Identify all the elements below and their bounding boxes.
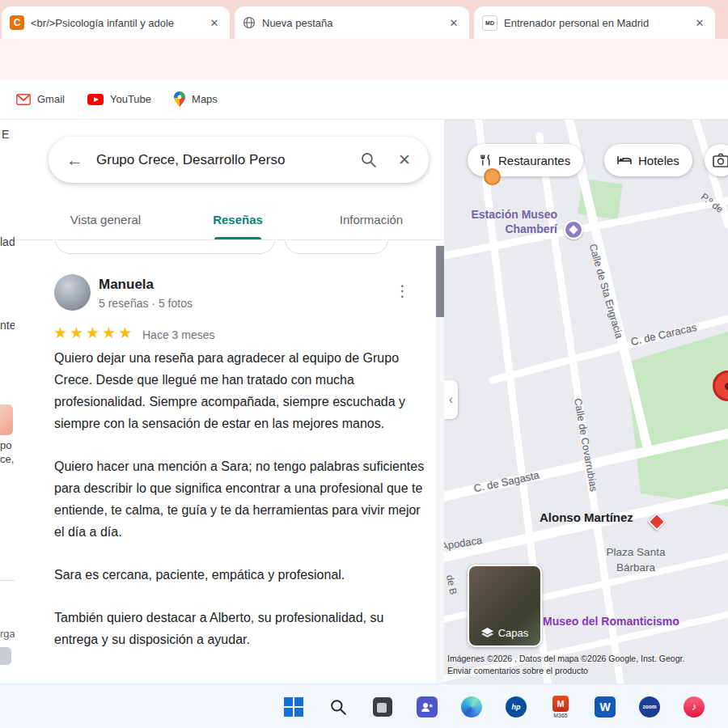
zoom-button[interactable]: zoom [637, 693, 662, 721]
tab1-favicon: C [10, 15, 24, 30]
globe-icon [243, 16, 256, 29]
camera-icon [713, 153, 728, 167]
windows-taskbar: hp M M365 W zoom ♪ [0, 684, 728, 728]
hotel-icon [617, 154, 632, 166]
m365-label: M365 [553, 713, 568, 718]
fragment-text: nte [0, 319, 15, 332]
tab3-close-icon[interactable]: ✕ [692, 17, 707, 29]
poi-label-museo-romanticismo[interactable]: Museo del Romanticismo [543, 615, 679, 628]
maps-search-value[interactable]: Grupo Crece, Desarrollo Perso [96, 152, 347, 168]
bookmark-youtube[interactable]: YouTube [87, 93, 151, 105]
review-menu-icon[interactable]: ⋮ [395, 281, 410, 300]
browser-tab-1[interactable]: C <br/>Psicología infantil y adole ✕ [2, 6, 230, 39]
search-icon[interactable] [360, 151, 377, 168]
plaza-label-line1: Plaza Santa [567, 546, 705, 558]
restaurant-icon [480, 154, 492, 167]
hp-button[interactable]: hp [504, 693, 528, 721]
panel-divider [15, 239, 444, 240]
metro-station-marker[interactable] [564, 220, 583, 239]
fragment-text: po [0, 439, 11, 451]
m365-icon: M [552, 696, 569, 712]
fragment-thumbnail [0, 404, 13, 435]
plaza-label-line2: Bárbara [567, 561, 705, 574]
bookmark-maps-label: Maps [192, 93, 218, 105]
tab3-favicon: MD [482, 15, 497, 31]
sort-chip[interactable] [55, 241, 275, 254]
fragment-thumbnail [0, 647, 11, 665]
review-paragraph: Quiero dejar una reseña para agradecer a… [54, 347, 425, 434]
music-button[interactable]: ♪ [682, 693, 706, 721]
poi-marker-orange[interactable] [484, 168, 501, 185]
hotels-label: Hoteles [638, 154, 679, 167]
background-window-sliver: E lado nte po ce,... rgar [0, 120, 15, 684]
place-pin-dot [725, 383, 728, 390]
m365-button[interactable]: M M365 [548, 693, 573, 721]
teams-button[interactable] [415, 693, 439, 721]
tab-resenas[interactable]: Reseñas [188, 201, 287, 239]
review-paragraph: Quiero hacer una mención a Sara; no teng… [54, 455, 425, 543]
word-button[interactable]: W [593, 693, 617, 721]
maps-pin-icon [174, 91, 185, 107]
snipping-tool-button[interactable] [370, 693, 395, 721]
hp-icon: hp [506, 696, 527, 717]
layers-label: Capas [498, 627, 529, 639]
tab-informacion[interactable]: Información [314, 201, 429, 239]
taskbar-search-button[interactable] [326, 693, 350, 721]
panel-scrollbar-thumb[interactable] [436, 246, 444, 317]
review-stars: ★★★★★ [53, 324, 134, 342]
bookmark-youtube-label: YouTube [110, 93, 151, 105]
tab1-title: <br/>Psicología infantil y adole [31, 17, 201, 29]
teams-icon [417, 696, 438, 717]
review-text: Quiero dejar una reseña para agradecer a… [54, 347, 425, 671]
maps-search-box[interactable]: ← Grupo Crece, Desarrollo Perso ✕ [49, 137, 429, 183]
music-icon: ♪ [684, 696, 705, 717]
youtube-icon [87, 94, 104, 105]
fragment-divider [0, 580, 15, 581]
panel-collapse-button[interactable]: ‹ [444, 380, 458, 419]
clear-search-icon[interactable]: ✕ [398, 150, 411, 169]
edge-button[interactable] [459, 693, 484, 721]
review-paragraph: También quiero destacar a Alberto, su pr… [54, 607, 425, 650]
start-button[interactable] [281, 693, 306, 721]
tab-vista-general[interactable]: Vista general [47, 201, 164, 239]
back-arrow-icon[interactable]: ← [66, 150, 83, 170]
bookmark-gmail[interactable]: Gmail [16, 93, 65, 105]
tab1-favicon-letter: C [14, 17, 21, 28]
restaurants-label: Restaurantes [498, 154, 570, 167]
bookmark-gmail-label: Gmail [37, 93, 65, 105]
sort-chip[interactable] [285, 241, 388, 254]
tab3-title: Entrenador personal en Madrid [504, 17, 686, 29]
station-label-line1: Estación Museo [444, 207, 557, 222]
reviewer-meta: 5 reseñas · 5 fotos [99, 297, 193, 310]
tab2-close-icon[interactable]: ✕ [447, 17, 461, 29]
fragment-text: ce,... [0, 453, 15, 465]
tab2-title: Nueva pestaña [262, 17, 440, 29]
browser-tab-strip: C <br/>Psicología infantil y adole ✕ Nue… [0, 0, 728, 39]
station-label[interactable]: Estación Museo Chamberí [444, 207, 557, 236]
map-canvas[interactable]: Restaurantes Hoteles Estación [444, 120, 728, 684]
browser-toolbar: → google.com/maps/place/Grupo+Crece,+Des… [0, 39, 728, 79]
reviewer-avatar[interactable] [54, 274, 91, 311]
edge-icon [461, 696, 482, 717]
bookmark-maps[interactable]: Maps [174, 91, 218, 107]
tab3-favicon-letters: MD [485, 20, 494, 26]
map-attribution: Imágenes ©2026 , Datos del mapa ©2026 Go… [447, 654, 684, 663]
tab1-close-icon[interactable]: ✕ [207, 17, 222, 29]
bookmarks-bar: Gmail YouTube Maps [0, 79, 728, 120]
layers-icon [481, 628, 493, 638]
district-label-alonso-martinez[interactable]: Alonso Martínez [540, 510, 633, 524]
sort-chips-clipped [49, 241, 429, 255]
hotels-button[interactable]: Hoteles [604, 144, 692, 176]
layers-label-row: Capas [469, 627, 540, 639]
taskbar-icons: hp M M365 W zoom ♪ [281, 684, 706, 728]
screen: C <br/>Psicología infantil y adole ✕ Nue… [0, 0, 728, 728]
browser-tab-2[interactable]: Nueva pestaña ✕ [235, 6, 469, 39]
map-feedback-link[interactable]: Enviar comentarios sobre el producto [447, 666, 588, 675]
station-label-line2: Chamberí [444, 222, 557, 236]
browser-tab-3[interactable]: MD Entrenador personal en Madrid ✕ [474, 6, 715, 39]
chevron-left-icon: ‹ [449, 392, 453, 407]
review-paragraph: Sara es cercana, paciente, empática y pr… [54, 564, 425, 586]
layers-button[interactable]: Capas [468, 565, 542, 647]
reviewer-name[interactable]: Manuela [99, 277, 154, 293]
search-icon [329, 698, 347, 716]
